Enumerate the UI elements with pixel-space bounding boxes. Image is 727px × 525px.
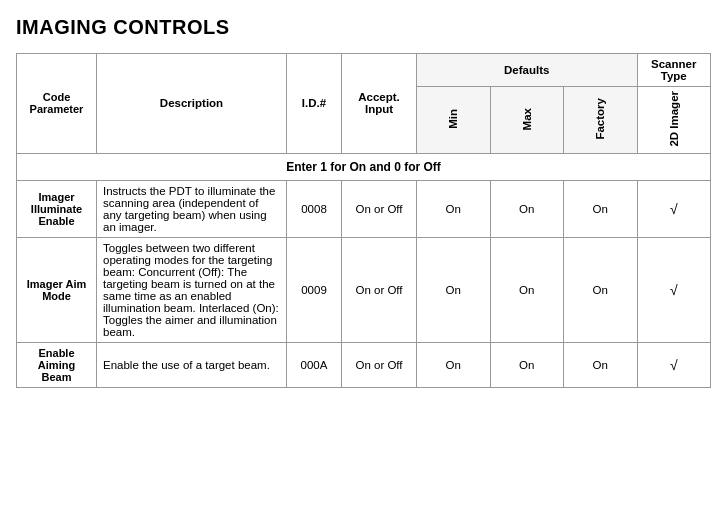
header-id: I.D.# [287,54,342,154]
row1-code: Imager Illuminate Enable [17,180,97,237]
row3-id: 000A [287,342,342,387]
header-2d-imager: 2D Imager [637,87,711,154]
row2-id: 0009 [287,237,342,342]
imaging-controls-table: Code Parameter Description I.D.# Accept.… [16,53,711,388]
header-defaults: Defaults [417,54,638,87]
header-scanner-type: Scanner Type [637,54,711,87]
header-factory: Factory [564,87,638,154]
row1-min: On [417,180,491,237]
page-title: IMAGING CONTROLS [16,16,711,39]
row1-max: On [490,180,564,237]
row3-accept: On or Off [342,342,417,387]
row1-id: 0008 [287,180,342,237]
row2-max: On [490,237,564,342]
row2-description: Toggles between two different operating … [97,237,287,342]
row3-description: Enable the use of a target beam. [97,342,287,387]
row2-code: Imager Aim Mode [17,237,97,342]
row3-factory: On [564,342,638,387]
row1-accept: On or Off [342,180,417,237]
row2-factory: On [564,237,638,342]
header-accept-input: Accept. Input [342,54,417,154]
header-code-parameter: Code Parameter [17,54,97,154]
table-row: Imager Aim Mode Toggles between two diff… [17,237,711,342]
row1-description: Instructs the PDT to illuminate the scan… [97,180,287,237]
row3-min: On [417,342,491,387]
header-min: Min [417,87,491,154]
table-row: Enable Aiming Beam Enable the use of a t… [17,342,711,387]
row1-factory: On [564,180,638,237]
row3-imager: √ [637,342,711,387]
header-description: Description [97,54,287,154]
row1-imager: √ [637,180,711,237]
row2-imager: √ [637,237,711,342]
subheader-text: Enter 1 for On and 0 for Off [17,153,711,180]
table-row: Imager Illuminate Enable Instructs the P… [17,180,711,237]
header-max: Max [490,87,564,154]
row3-max: On [490,342,564,387]
row2-accept: On or Off [342,237,417,342]
row2-min: On [417,237,491,342]
subheader-row: Enter 1 for On and 0 for Off [17,153,711,180]
row3-code: Enable Aiming Beam [17,342,97,387]
